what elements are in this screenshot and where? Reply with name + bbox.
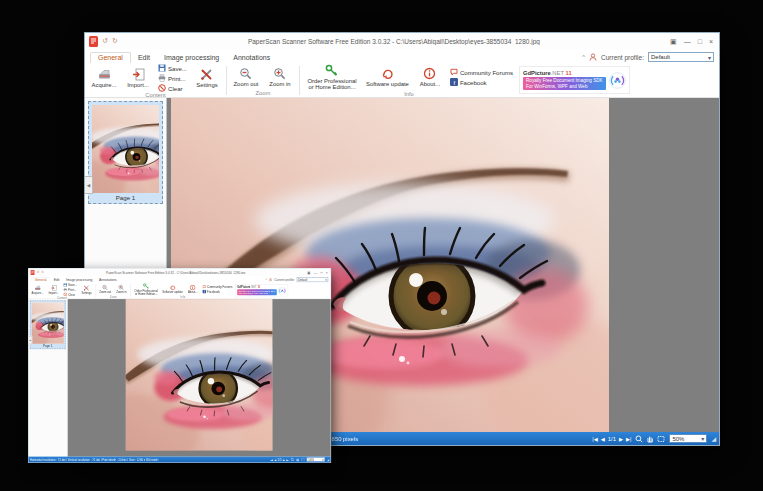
undo-icon[interactable]: ↺ bbox=[37, 270, 40, 274]
image-info: Horizontal resolution : 72 dpi | Vertica… bbox=[30, 458, 159, 461]
import-button[interactable]: Import... bbox=[122, 68, 154, 88]
page-thumbnail-image bbox=[32, 302, 64, 343]
last-page-button[interactable]: ▶| bbox=[626, 436, 631, 442]
settings-button[interactable]: Settings bbox=[79, 285, 94, 295]
minimize-button[interactable]: — bbox=[314, 271, 317, 274]
magnifier-tool-icon[interactable] bbox=[635, 435, 643, 443]
zoom-out-button[interactable]: Zoom out bbox=[230, 67, 262, 87]
tab-general[interactable]: General bbox=[90, 52, 131, 63]
page-caption: Page 1 bbox=[92, 193, 159, 203]
ribbon-group-zoom: Zoom out Zoom in Zoom bbox=[230, 64, 296, 97]
resize-grip[interactable]: ◢ bbox=[711, 436, 716, 442]
profile-dropdown[interactable]: Default ▾ bbox=[297, 277, 328, 282]
banner-suffix: .NET bbox=[551, 70, 564, 76]
about-button[interactable]: About... bbox=[185, 285, 200, 295]
magnifier-tool-icon[interactable] bbox=[291, 458, 295, 462]
collapse-ribbon-icon[interactable]: ^ bbox=[582, 54, 585, 60]
acquire-button[interactable]: Acquire... bbox=[88, 68, 120, 88]
page-indicator: 1/1 bbox=[608, 436, 616, 442]
document-image[interactable] bbox=[126, 299, 273, 451]
previous-page-button[interactable]: ◀ bbox=[601, 436, 605, 442]
facebook-link[interactable]: f Facebook bbox=[202, 290, 232, 294]
first-page-button[interactable]: |◀ bbox=[592, 436, 597, 442]
tab-annotations[interactable]: Annotations bbox=[226, 53, 277, 63]
button-label: Print... bbox=[168, 75, 186, 82]
sidebar-collapse-handle[interactable]: ◀ bbox=[85, 176, 93, 194]
previous-page-button[interactable]: ◀ bbox=[274, 458, 276, 461]
maximize-button[interactable]: □ bbox=[698, 38, 702, 45]
save-icon bbox=[63, 283, 67, 287]
titlebar[interactable]: ↺ ↻ PaperScan Scanner Software Free Edit… bbox=[28, 268, 330, 276]
select-tool-icon[interactable] bbox=[657, 435, 665, 443]
print-button[interactable]: Print... bbox=[63, 288, 77, 292]
clear-button[interactable]: Clear bbox=[158, 84, 187, 92]
first-page-button[interactable]: |◀ bbox=[270, 458, 273, 461]
window-title: PaperScan Scanner Software Free Edition … bbox=[118, 38, 670, 45]
close-button[interactable]: × bbox=[709, 38, 713, 45]
button-label: Save... bbox=[68, 283, 77, 286]
order-edition-button[interactable]: Order Professional or Home Edition... bbox=[303, 64, 361, 91]
titlebar[interactable]: ↺ ↻ PaperScan Scanner Software Free Edit… bbox=[85, 33, 719, 49]
page-navigation: |◀ ◀ 1/1 ▶ ▶| bbox=[270, 458, 289, 461]
undo-icon[interactable]: ↺ bbox=[102, 37, 108, 45]
zoom-in-button[interactable]: Zoom in bbox=[114, 284, 129, 294]
banner-brand: GdPicture bbox=[523, 70, 551, 76]
facebook-link[interactable]: f Facebook bbox=[450, 78, 513, 86]
acquire-button[interactable]: Acquire... bbox=[30, 285, 45, 295]
print-button[interactable]: Print... bbox=[158, 74, 187, 82]
settings-button[interactable]: Settings bbox=[191, 68, 223, 88]
software-update-button[interactable]: Software update bbox=[363, 67, 412, 87]
last-page-button[interactable]: ▶| bbox=[286, 458, 289, 461]
close-button[interactable]: × bbox=[326, 271, 328, 274]
key-icon bbox=[325, 64, 338, 77]
page-thumbnail[interactable]: Page 1 bbox=[30, 300, 66, 349]
next-page-button[interactable]: ▶ bbox=[619, 436, 623, 442]
order-edition-button[interactable]: Order Professional or Home Edition... bbox=[132, 283, 160, 296]
community-forums-link[interactable]: Community Forums bbox=[450, 68, 513, 76]
software-update-button[interactable]: Software update bbox=[161, 285, 184, 295]
refresh-icon bbox=[381, 67, 394, 80]
select-tool-icon[interactable] bbox=[301, 458, 305, 462]
sidebar-collapse-handle[interactable]: ◀ bbox=[28, 336, 32, 344]
maximize-button[interactable]: □ bbox=[320, 271, 322, 274]
import-button[interactable]: Import... bbox=[46, 285, 61, 295]
zoom-level-dropdown[interactable]: 50% ▾ bbox=[669, 434, 707, 443]
chevron-down-icon: ▾ bbox=[708, 54, 711, 61]
resize-grip[interactable]: ◢ bbox=[327, 458, 329, 461]
button-label: Acquire... bbox=[92, 82, 117, 88]
gdpicture-banner[interactable]: GdPicture.NET 11 Royalty Free Document I… bbox=[235, 284, 288, 297]
about-button[interactable]: About... bbox=[414, 67, 446, 87]
pan-hand-tool-icon[interactable] bbox=[646, 435, 654, 443]
zoom-out-button[interactable]: Zoom out bbox=[98, 284, 113, 294]
zoom-out-icon bbox=[239, 67, 252, 80]
save-button[interactable]: Save... bbox=[63, 283, 77, 287]
profile-dropdown[interactable]: Default ▾ bbox=[648, 52, 714, 62]
style-icon[interactable]: ▣ bbox=[670, 38, 677, 45]
banner-line2: For WinForms, WPF and Web bbox=[526, 84, 603, 89]
button-label: Acquire... bbox=[32, 291, 44, 294]
app-icon[interactable] bbox=[89, 36, 98, 47]
save-button[interactable]: Save... bbox=[158, 64, 187, 72]
statusbar-controls: |◀ ◀ 1/1 ▶ ▶| bbox=[270, 457, 329, 461]
ribbon: Acquire... Import... Save... bbox=[28, 283, 330, 299]
save-icon bbox=[158, 64, 166, 72]
next-page-button[interactable]: ▶ bbox=[283, 458, 285, 461]
page-thumbnail[interactable]: Page 1 bbox=[88, 101, 163, 204]
image-viewer[interactable] bbox=[68, 299, 331, 456]
zoom-in-button[interactable]: Zoom in bbox=[264, 67, 296, 87]
style-icon[interactable]: ▣ bbox=[307, 271, 310, 274]
zoom-level-dropdown[interactable]: 50% ▾ bbox=[307, 457, 325, 461]
gdpicture-banner[interactable]: GdPicture.NET 11 Royalty Free Document I… bbox=[519, 66, 630, 94]
collapse-ribbon-icon[interactable]: ^ bbox=[265, 278, 266, 281]
pan-hand-tool-icon[interactable] bbox=[296, 458, 300, 462]
app-icon[interactable] bbox=[30, 270, 34, 275]
community-forums-link[interactable]: Community Forums bbox=[202, 285, 232, 289]
minimize-button[interactable]: — bbox=[684, 38, 691, 45]
info-icon bbox=[423, 67, 436, 80]
tab-edit[interactable]: Edit bbox=[131, 53, 157, 63]
tab-image-processing[interactable]: Image processing bbox=[157, 53, 226, 63]
button-label: Import... bbox=[127, 82, 149, 88]
button-label: Clear bbox=[168, 85, 183, 92]
refresh-icon bbox=[169, 285, 175, 291]
key-icon bbox=[143, 283, 149, 289]
